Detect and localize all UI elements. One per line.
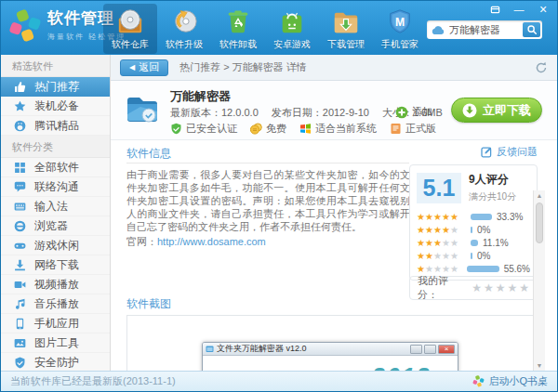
feedback-link[interactable]: 反馈问题 (481, 145, 538, 159)
badge-label: 正式版 (405, 122, 436, 136)
uninstall-icon (224, 7, 252, 35)
section-title-info: 软件信息 (126, 146, 171, 162)
download-manager-icon (332, 7, 360, 35)
warehouse-icon (116, 7, 144, 35)
my-rating-star[interactable]: ★ (507, 281, 517, 294)
sidebar-item-music-player[interactable]: 音乐播放 (1, 294, 110, 314)
software-name: 万能解密器 (170, 88, 231, 105)
sidebar-item-label: 腾讯精品 (34, 118, 79, 134)
rating-row-bar (471, 253, 472, 259)
upgrade-icon (170, 7, 198, 35)
star-icon: ★ (450, 264, 458, 274)
rating-row-stars: ★★★★★ (417, 212, 471, 222)
software-manager-window: 软件管理 海量软件 轻松管理 软件仓库软件升级软件卸载安卓游戏下载管理M手机管家… (0, 0, 558, 392)
toolbar-item-warehouse[interactable]: 软件仓库 (103, 4, 157, 54)
star-icon: ★ (425, 251, 433, 261)
sidebar-item-label: 浏览器 (34, 218, 68, 234)
rating-row-stars: ★★★★★ (417, 264, 467, 274)
software-folder-icon (124, 91, 161, 128)
star-icon: ★ (433, 264, 442, 274)
sidebar-item-label: 网络下载 (34, 257, 79, 273)
my-rating-star[interactable]: ★ (519, 281, 529, 294)
back-arrow-icon: ◀ (129, 63, 135, 72)
breadcrumb-bar: ◀返回 热门推荐 > 万能解密器 详情 (111, 55, 557, 81)
sidebar-item-image-tools[interactable]: 图片工具 (1, 333, 110, 353)
sidebar-item-label: 视频播放 (34, 277, 79, 293)
website-label: 官网： (126, 236, 157, 247)
toolbar-item-label: 软件仓库 (112, 38, 149, 51)
toolbar-item-download-manager[interactable]: 下载管理 (319, 4, 373, 54)
sidebar-group-header: 软件分类 (1, 136, 110, 158)
my-rating-label: 我的评分： (418, 274, 468, 302)
skin-icon[interactable] (488, 4, 501, 15)
sidebar-item-hot-recommend[interactable]: 热门推荐 (1, 77, 110, 97)
toolbar-item-label: 软件卸载 (219, 38, 257, 51)
sidebar-item-network-download[interactable]: 网络下载 (1, 255, 110, 275)
screenshot-banner-year: 2012 (372, 363, 432, 371)
penguin-icon (14, 120, 26, 132)
my-rating-star[interactable]: ★ (484, 281, 494, 294)
my-rating-star[interactable]: ★ (496, 281, 506, 294)
sidebar-item-games[interactable]: 游戏休闲 (1, 236, 110, 255)
sidebar-item-essential[interactable]: 装机必备 (1, 97, 110, 116)
sidebar-item-video-player[interactable]: 视频播放 (1, 275, 110, 294)
sidebar-item-mobile-apps[interactable]: 手机应用 (1, 314, 110, 333)
rating-score-row: 5.1 9人评分 满分共10分 (417, 172, 530, 203)
scrollbar-thumb[interactable] (536, 203, 543, 243)
rating-row-bar (467, 266, 499, 272)
rating-row-percent: 0% (477, 251, 490, 261)
star-icon: ★ (425, 264, 433, 274)
website-link[interactable]: http://www.dosame.com (157, 236, 266, 247)
star-icon: ★ (450, 238, 458, 248)
launch-qdesk-link[interactable]: 启动小Q书桌 (472, 374, 548, 388)
download-now-button[interactable]: 立即下载 (451, 98, 542, 123)
toolbar-item-android-games[interactable]: 安卓游戏 (265, 4, 319, 54)
sidebar-item-input-method[interactable]: 输入法 (1, 197, 110, 216)
video-icon (14, 279, 26, 291)
add-button[interactable]: 添加 (395, 105, 432, 119)
sidebar-item-all-software[interactable]: 全部软件 (1, 158, 110, 177)
toolbar-item-phone-manager[interactable]: M手机管家 (373, 4, 427, 54)
sidebar-item-label: 联络沟通 (34, 179, 79, 195)
coins-icon (250, 123, 262, 135)
star-icon: ★ (433, 212, 442, 222)
toolbar-item-uninstall[interactable]: 软件卸载 (211, 4, 265, 54)
badge-label: 已安全认证 (186, 122, 237, 136)
search-input[interactable] (449, 24, 523, 35)
rating-row-percent: 33.3% (497, 212, 523, 222)
toolbar-item-upgrade[interactable]: 软件升级 (157, 4, 211, 54)
screenshot-image[interactable]: 文件夹万能解密器 v12.0 × 文件夹万能解密器 2012 (202, 342, 458, 371)
rating-row-percent: 0% (477, 225, 490, 235)
toolbar-item-label: 手机管家 (381, 38, 418, 51)
sidebar-item-browser[interactable]: 浏览器 (1, 216, 110, 236)
sidebar-item-label: 手机应用 (34, 316, 79, 332)
phone-manager-icon: M (386, 7, 414, 35)
my-rating-star[interactable]: ★ (472, 281, 482, 294)
rating-row-bar (471, 227, 472, 233)
sidebar-item-tencent-picks[interactable]: 腾讯精品 (1, 116, 110, 136)
vertical-scrollbar[interactable]: ▲ ▼ (533, 190, 545, 371)
toolbar-item-label: 安卓游戏 (273, 38, 311, 51)
browser-icon (14, 220, 26, 232)
sidebar-item-security[interactable]: 安全防护 (1, 353, 110, 372)
refresh-icon[interactable] (535, 61, 548, 74)
android-games-icon (278, 7, 306, 35)
screenshot-window-title: 文件夹万能解密器 v12.0 (217, 343, 307, 355)
thumb-up-icon (14, 81, 26, 93)
sidebar-item-communication[interactable]: 联络沟通 (1, 177, 110, 197)
my-rating-stars: ★★★★★ (470, 281, 529, 294)
scrollbar-down-icon[interactable]: ▼ (534, 362, 545, 369)
chat-bubble-icon (14, 181, 26, 193)
pinwheel-logo-icon (8, 9, 42, 43)
windows-icon (299, 123, 312, 135)
sidebar-item-label: 安全防护 (34, 355, 79, 371)
scrollbar-up-icon[interactable]: ▲ (534, 192, 545, 199)
rating-row-bar (471, 240, 478, 246)
back-button[interactable]: ◀返回 (120, 59, 168, 76)
search-button[interactable] (523, 22, 540, 37)
phone-icon (14, 318, 26, 330)
sidebar-group-header: 精选软件 (1, 55, 110, 77)
minimize-button[interactable]: — (512, 4, 525, 15)
close-button[interactable]: × (537, 4, 550, 15)
star-icon: ★ (433, 251, 442, 261)
